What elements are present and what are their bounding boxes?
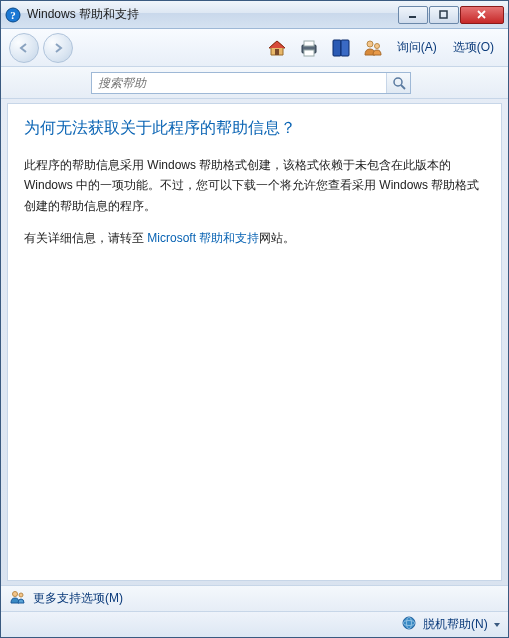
chevron-down-icon	[494, 623, 500, 627]
svg-text:?: ?	[10, 9, 16, 21]
toolbar: 询问(A) 选项(O)	[1, 29, 508, 67]
svg-point-13	[374, 43, 379, 48]
search-input[interactable]	[92, 73, 386, 93]
help-window: ? Windows 帮助和支持	[0, 0, 509, 638]
svg-point-16	[13, 592, 18, 597]
svg-line-15	[401, 85, 405, 89]
back-button[interactable]	[9, 33, 39, 63]
ask-icon[interactable]	[359, 34, 387, 62]
titlebar: ? Windows 帮助和支持	[1, 1, 508, 29]
paragraph-2: 有关详细信息，请转至 Microsoft 帮助和支持网站。	[24, 228, 485, 248]
options-menu[interactable]: 选项(O)	[447, 35, 500, 60]
search-box	[91, 72, 411, 94]
ask-menu-label: 询问(A)	[397, 40, 437, 54]
svg-point-12	[367, 41, 373, 47]
home-icon[interactable]	[263, 34, 291, 62]
window-controls	[397, 6, 504, 24]
minimize-button[interactable]	[398, 6, 428, 24]
footer-offline-help: 脱机帮助(N)	[1, 611, 508, 637]
content-area: 为何无法获取关于此程序的帮助信息？ 此程序的帮助信息采用 Windows 帮助格…	[7, 103, 502, 581]
forward-button[interactable]	[43, 33, 73, 63]
p2-suffix: 网站。	[259, 231, 295, 245]
svg-rect-3	[440, 11, 447, 18]
print-icon[interactable]	[295, 34, 323, 62]
offline-help-label: 脱机帮助(N)	[423, 617, 488, 631]
ms-help-support-link[interactable]: Microsoft 帮助和支持	[147, 231, 259, 245]
svg-rect-6	[275, 49, 279, 55]
search-row	[1, 67, 508, 99]
svg-rect-8	[304, 41, 314, 46]
window-title: Windows 帮助和支持	[27, 6, 397, 23]
close-button[interactable]	[460, 6, 504, 24]
browse-help-icon[interactable]	[327, 34, 355, 62]
page-heading: 为何无法获取关于此程序的帮助信息？	[24, 118, 485, 139]
footer-more-options: 更多支持选项(M)	[1, 585, 508, 611]
options-menu-label: 选项(O)	[453, 40, 494, 54]
search-button[interactable]	[386, 73, 410, 93]
svg-rect-10	[333, 40, 341, 56]
ask-menu[interactable]: 询问(A)	[391, 35, 443, 60]
svg-point-17	[19, 593, 23, 597]
people-icon	[9, 588, 27, 609]
svg-rect-11	[341, 40, 349, 56]
svg-rect-9	[304, 50, 314, 56]
paragraph-1: 此程序的帮助信息采用 Windows 帮助格式创建，该格式依赖于未包含在此版本的…	[24, 155, 485, 216]
more-support-options-link[interactable]: 更多支持选项(M)	[33, 590, 123, 607]
offline-help-menu[interactable]: 脱机帮助(N)	[423, 616, 500, 633]
svg-point-14	[394, 78, 402, 86]
maximize-button[interactable]	[429, 6, 459, 24]
help-app-icon: ?	[5, 7, 21, 23]
svg-point-18	[403, 617, 415, 629]
p2-prefix: 有关详细信息，请转至	[24, 231, 147, 245]
offline-help-icon	[401, 615, 417, 634]
